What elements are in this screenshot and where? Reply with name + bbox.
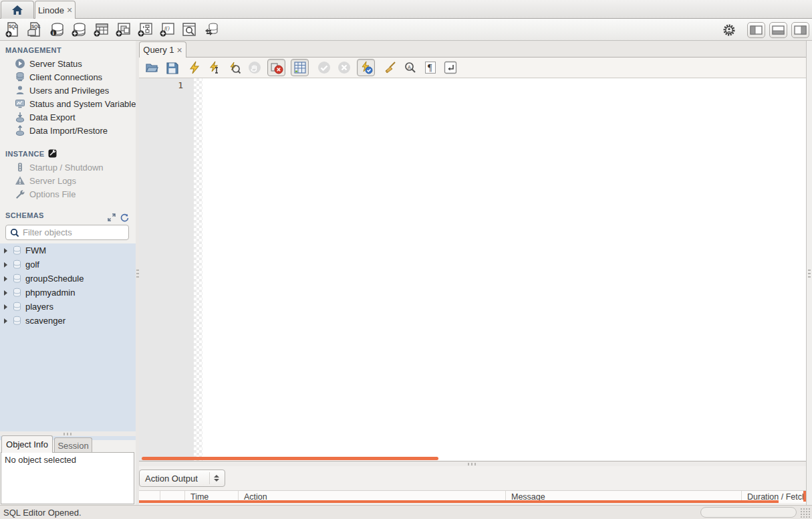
close-icon[interactable]: × [67, 5, 72, 15]
users-privileges-icon [15, 85, 25, 96]
object-info-panel: No object selected [1, 452, 134, 504]
rollback-icon[interactable] [337, 60, 352, 75]
commit-icon[interactable] [317, 60, 331, 75]
line-number-gutter: 1 [139, 78, 194, 461]
chevron-right-icon[interactable] [4, 248, 7, 253]
toggle-right-sidebar-button[interactable] [791, 22, 809, 38]
sidebar-item-server-logs[interactable]: Server Logs [0, 174, 136, 187]
system-variables-icon [15, 98, 25, 109]
home-tab[interactable] [1, 1, 34, 19]
document-tab-bar: Linode × [0, 0, 812, 19]
status-text: SQL Editor Opened. [3, 508, 82, 518]
new-sql-tab-icon[interactable]: SQL [4, 21, 21, 38]
execute-current-icon[interactable] [207, 60, 222, 75]
tab-query-1[interactable]: Query 1 × [139, 41, 186, 58]
create-table-icon[interactable] [92, 21, 110, 38]
output-vertical-scrollbar[interactable] [803, 491, 806, 502]
connection-tab-label: Linode [38, 5, 64, 15]
main-toolbar-right [720, 19, 809, 41]
open-sql-script-icon[interactable]: SQL [26, 21, 43, 38]
data-export-icon [15, 112, 25, 122]
sidebar-item-users-privileges[interactable]: Users and Privileges [0, 84, 136, 97]
output-view-selector[interactable]: Action Output [139, 470, 225, 487]
line-number: 1 [178, 80, 183, 90]
output-splitter[interactable] [139, 461, 806, 466]
open-script-icon[interactable] [144, 60, 159, 75]
schema-row-golf[interactable]: golf [0, 257, 136, 272]
create-view-icon[interactable] [114, 21, 132, 38]
object-info-text: No object selected [5, 455, 76, 465]
create-schema-icon[interactable] [70, 21, 88, 38]
svg-text:f(): f() [164, 25, 170, 31]
connection-tab-linode[interactable]: Linode × [35, 1, 76, 19]
save-script-icon[interactable] [164, 60, 179, 75]
instance-section-title: INSTANCE [0, 137, 136, 161]
beautify-icon[interactable] [383, 60, 398, 75]
schema-filter-input[interactable] [23, 227, 140, 237]
sidebar-item-data-import[interactable]: Data Import/Restore [0, 124, 136, 137]
search-table-data-icon[interactable] [180, 21, 198, 38]
schema-row-fwm[interactable]: FWM [0, 243, 136, 257]
sidebar-item-options-file[interactable]: Options File [0, 187, 136, 201]
chevron-right-icon[interactable] [4, 276, 7, 282]
chevron-right-icon[interactable] [4, 318, 7, 324]
mysql-workbench-window: Linode × SQL SQL i [0, 0, 812, 519]
create-function-icon[interactable]: f() [158, 21, 176, 38]
query-tab-label: Query 1 [143, 45, 174, 55]
stop-icon[interactable] [247, 60, 262, 75]
create-procedure-icon[interactable] [136, 21, 154, 38]
toggle-left-sidebar-button[interactable] [747, 22, 765, 38]
reconnect-dbms-icon[interactable] [202, 21, 220, 38]
navigator-sidebar: MANAGEMENT Server Status Client Connecti… [0, 41, 136, 505]
status-progress-pill [700, 507, 797, 518]
search-icon [10, 228, 19, 237]
server-logs-icon [15, 175, 25, 186]
sidebar-item-system-variables[interactable]: Status and System Variables [0, 97, 136, 110]
chevron-right-icon[interactable] [4, 262, 7, 268]
invisible-chars-icon[interactable]: ¶ [423, 60, 438, 75]
execute-icon[interactable] [187, 60, 202, 75]
sidebar-item-data-export[interactable]: Data Export [0, 110, 136, 124]
stop-on-error-toggle[interactable] [267, 59, 285, 76]
resize-grip[interactable] [800, 508, 811, 518]
schemas-section-title: SCHEMAS [0, 201, 136, 222]
right-splitter[interactable] [806, 41, 812, 505]
schema-row-groupschedule[interactable]: groupSchedule [0, 272, 136, 286]
schema-icon [12, 245, 22, 255]
refresh-icon[interactable] [120, 213, 129, 222]
wrap-text-icon[interactable] [443, 60, 458, 75]
toggle-output-area-button[interactable] [769, 22, 787, 38]
schema-row-scavenger[interactable]: scavenger [0, 314, 136, 328]
schema-list: FWM golf groupSchedule phpmyadmin player [0, 243, 136, 440]
svg-text:A: A [408, 65, 411, 70]
server-status-icon [15, 58, 25, 69]
schema-icon [12, 274, 22, 284]
management-section-title: MANAGEMENT [0, 41, 136, 57]
chevron-right-icon[interactable] [4, 304, 7, 310]
main-toolbar-left: SQL SQL i f() [0, 21, 220, 38]
limit-rows-toggle[interactable] [291, 59, 309, 76]
svg-text:SQL: SQL [9, 24, 17, 29]
sql-code-editor[interactable]: 1 [139, 78, 806, 461]
editor-horizontal-scrollbar[interactable] [142, 457, 438, 460]
find-icon[interactable]: A [403, 60, 418, 75]
sidebar-item-startup-shutdown[interactable]: Startup / Shutdown [0, 161, 136, 174]
sidebar-item-server-status[interactable]: Server Status [0, 57, 136, 70]
chevron-right-icon[interactable] [4, 290, 7, 296]
wrench-badge-icon [48, 149, 57, 158]
home-icon [11, 5, 23, 15]
tab-session[interactable]: Session [54, 437, 92, 453]
schema-inspector-icon[interactable]: i [48, 21, 65, 38]
explain-icon[interactable] [227, 60, 242, 75]
sidebar-item-client-connections[interactable]: Client Connections [0, 70, 136, 84]
status-bar: SQL Editor Opened. [0, 505, 812, 519]
schema-row-phpmyadmin[interactable]: phpmyadmin [0, 286, 136, 300]
tab-object-info[interactable]: Object Info [1, 435, 53, 453]
startup-shutdown-icon [15, 162, 25, 173]
schema-row-players[interactable]: players [0, 300, 136, 314]
expand-panel-icon[interactable] [108, 213, 116, 222]
autocommit-toggle[interactable] [357, 59, 375, 76]
output-horizontal-scrollbar[interactable] [139, 500, 779, 503]
schema-icon [12, 302, 22, 312]
close-icon[interactable]: × [177, 45, 182, 55]
